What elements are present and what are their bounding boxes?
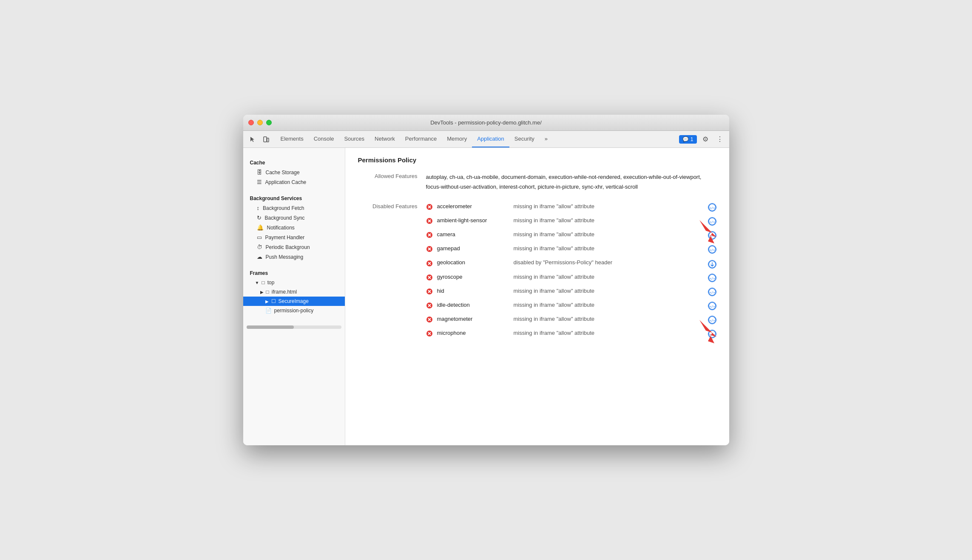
feature-reason-magnetometer: missing in iframe "allow" attribute bbox=[514, 316, 704, 322]
cache-section-header: Cache bbox=[243, 156, 345, 167]
svg-text:</>: </> bbox=[709, 276, 715, 280]
bg-fetch-icon: ↕ bbox=[257, 205, 260, 211]
svg-text:</>: </> bbox=[709, 332, 715, 336]
issues-badge-button[interactable]: 💬 1 bbox=[679, 135, 697, 144]
devtools-window: DevTools - permission-policy-demo.glitch… bbox=[243, 115, 729, 445]
push-messaging-icon: ☁ bbox=[257, 254, 262, 260]
feature-name-hid: hid bbox=[437, 288, 514, 294]
maximize-button[interactable] bbox=[266, 120, 272, 125]
disabled-features-table: accelerometer missing in iframe "allow" … bbox=[426, 201, 716, 341]
allowed-features-value: autoplay, ch-ua, ch-ua-mobile, document-… bbox=[426, 172, 716, 192]
error-icon-magnetometer bbox=[426, 316, 433, 325]
more-options-icon[interactable]: ⋮ bbox=[714, 133, 726, 145]
sidebar-item-application-cache[interactable]: ☰ Application Cache bbox=[243, 177, 345, 187]
window-title: DevTools - permission-policy-demo.glitch… bbox=[430, 119, 542, 126]
source-link-microphone[interactable]: </> bbox=[708, 330, 716, 338]
feature-name-gyroscope: gyroscope bbox=[437, 274, 514, 280]
sidebar-item-periodic-bg[interactable]: ⏱ Periodic Backgroun bbox=[243, 242, 345, 252]
svg-text:</>: </> bbox=[709, 234, 715, 238]
source-link-idle-detection[interactable]: </> bbox=[708, 302, 716, 310]
frame-secure-image[interactable]: ▶ ☐ SecureImage bbox=[243, 297, 345, 306]
tab-application[interactable]: Application bbox=[472, 131, 509, 147]
source-link-camera[interactable]: </> bbox=[708, 231, 716, 240]
source-link-ambient-light-sensor[interactable]: </> bbox=[708, 217, 716, 226]
svg-rect-0 bbox=[264, 137, 267, 142]
svg-text:</>: </> bbox=[709, 304, 715, 308]
svg-text:</>: </> bbox=[709, 206, 715, 209]
page-title: Permissions Policy bbox=[358, 156, 716, 164]
sidebar-item-push-messaging[interactable]: ☁ Push Messaging bbox=[243, 252, 345, 262]
application-cache-icon: ☰ bbox=[257, 179, 262, 185]
feature-reason-geolocation: disabled by "Permissions-Policy" header bbox=[514, 259, 704, 266]
feature-reason-ambient-light-sensor: missing in iframe "allow" attribute bbox=[514, 217, 704, 223]
feature-reason-accelerometer: missing in iframe "allow" attribute bbox=[514, 203, 704, 209]
error-icon-ambient-light-sensor bbox=[426, 218, 433, 226]
feature-name-gamepad: gamepad bbox=[437, 245, 514, 252]
frame-top[interactable]: ▼ □ top bbox=[243, 278, 345, 287]
settings-icon[interactable]: ⚙ bbox=[699, 133, 711, 145]
cursor-icon[interactable] bbox=[247, 133, 259, 145]
error-icon-hid bbox=[426, 288, 433, 297]
disabled-row-geolocation: geolocation disabled by "Permissions-Pol… bbox=[426, 257, 716, 271]
payment-handler-icon: ▭ bbox=[257, 234, 262, 240]
devtools-toolbar: Elements Console Sources Network Perform… bbox=[243, 131, 729, 148]
frame-top-page-icon: □ bbox=[261, 280, 264, 286]
disabled-row-magnetometer: magnetometer missing in iframe "allow" a… bbox=[426, 313, 716, 327]
toolbar-icons bbox=[247, 133, 272, 145]
tab-console[interactable]: Console bbox=[309, 131, 339, 147]
sidebar-item-bg-fetch[interactable]: ↕ Background Fetch bbox=[243, 203, 345, 213]
allowed-features-label: Allowed Features bbox=[358, 172, 426, 192]
svg-text:</>: </> bbox=[709, 220, 715, 223]
feature-reason-idle-detection: missing in iframe "allow" attribute bbox=[514, 302, 704, 308]
frame-iframe[interactable]: ▶ □ iframe.html bbox=[243, 287, 345, 297]
disabled-features-label: Disabled Features bbox=[358, 201, 426, 209]
source-link-gyroscope[interactable]: </> bbox=[708, 274, 716, 282]
source-link-magnetometer[interactable]: </> bbox=[708, 316, 716, 324]
tab-performance[interactable]: Performance bbox=[400, 131, 442, 147]
frame-iframe-page-icon: □ bbox=[266, 289, 269, 295]
tab-security[interactable]: Security bbox=[509, 131, 540, 147]
sidebar-item-notifications[interactable]: 🔔 Notifications bbox=[243, 223, 345, 232]
devtools-body: Cache 🗄 Cache Storage ☰ Application Cach… bbox=[243, 148, 729, 445]
devtools-tabs: Elements Console Sources Network Perform… bbox=[276, 131, 679, 147]
error-icon-gamepad bbox=[426, 246, 433, 254]
frame-permission-policy[interactable]: 📄 permission-policy bbox=[243, 306, 345, 315]
source-link-accelerometer[interactable]: </> bbox=[708, 203, 716, 212]
svg-text:</>: </> bbox=[709, 248, 715, 252]
source-link-gamepad[interactable]: </> bbox=[708, 245, 716, 254]
tab-elements[interactable]: Elements bbox=[276, 131, 309, 147]
feature-name-idle-detection: idle-detection bbox=[437, 302, 514, 308]
main-panel: Permissions Policy Allowed Features auto… bbox=[345, 148, 729, 445]
close-button[interactable] bbox=[248, 120, 254, 125]
feature-name-accelerometer: accelerometer bbox=[437, 203, 514, 209]
feature-name-geolocation: geolocation bbox=[437, 259, 514, 266]
sidebar-item-payment-handler[interactable]: ▭ Payment Handler bbox=[243, 232, 345, 242]
error-icon-geolocation bbox=[426, 260, 433, 269]
source-link-geolocation[interactable] bbox=[708, 260, 716, 269]
frames-section-header: Frames bbox=[243, 267, 345, 278]
disabled-row-ambient-light-sensor: ambient-light-sensor missing in iframe "… bbox=[426, 215, 716, 229]
periodic-bg-icon: ⏱ bbox=[257, 244, 262, 250]
tab-sources[interactable]: Sources bbox=[339, 131, 369, 147]
frame-top-arrow-icon: ▼ bbox=[255, 280, 259, 285]
error-icon-gyroscope bbox=[426, 274, 433, 283]
feature-reason-gyroscope: missing in iframe "allow" attribute bbox=[514, 274, 704, 280]
device-toolbar-icon[interactable] bbox=[260, 133, 272, 145]
tab-more[interactable]: » bbox=[540, 131, 553, 147]
background-services-header: Background Services bbox=[243, 192, 345, 203]
feature-name-camera: camera bbox=[437, 231, 514, 238]
disabled-row-idle-detection: idle-detection missing in iframe "allow"… bbox=[426, 299, 716, 313]
frame-iframe-arrow-icon: ▶ bbox=[260, 290, 264, 294]
sidebar-item-cache-storage[interactable]: 🗄 Cache Storage bbox=[243, 167, 345, 177]
tab-memory[interactable]: Memory bbox=[442, 131, 472, 147]
cache-storage-icon: 🗄 bbox=[257, 169, 262, 175]
tab-network[interactable]: Network bbox=[369, 131, 400, 147]
sidebar-item-bg-sync[interactable]: ↻ Background Sync bbox=[243, 213, 345, 223]
source-link-hid[interactable]: </> bbox=[708, 288, 716, 296]
minimize-button[interactable] bbox=[257, 120, 263, 125]
allowed-features-section: Allowed Features autoplay, ch-ua, ch-ua-… bbox=[358, 172, 716, 192]
notifications-icon: 🔔 bbox=[257, 224, 264, 231]
feature-reason-microphone: missing in iframe "allow" attribute bbox=[514, 330, 704, 336]
disabled-row-accelerometer: accelerometer missing in iframe "allow" … bbox=[426, 201, 716, 215]
feature-name-ambient-light-sensor: ambient-light-sensor bbox=[437, 217, 514, 223]
